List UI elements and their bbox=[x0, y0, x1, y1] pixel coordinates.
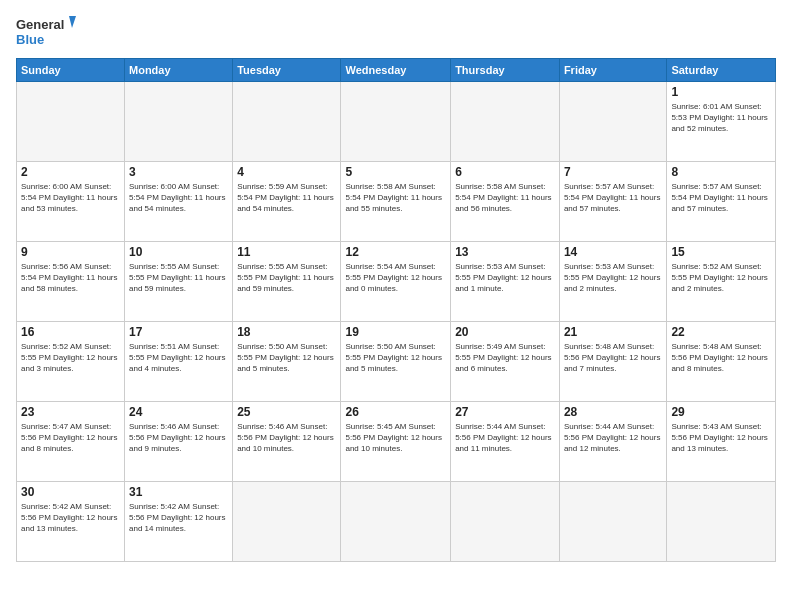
day-info: Sunrise: 5:42 AM Sunset: 5:56 PM Dayligh… bbox=[129, 501, 228, 535]
weekday-header-tuesday: Tuesday bbox=[233, 59, 341, 82]
day-number: 3 bbox=[129, 165, 228, 179]
day-info: Sunrise: 5:44 AM Sunset: 5:56 PM Dayligh… bbox=[455, 421, 555, 455]
calendar-cell bbox=[233, 482, 341, 562]
day-number: 9 bbox=[21, 245, 120, 259]
day-info: Sunrise: 5:46 AM Sunset: 5:56 PM Dayligh… bbox=[129, 421, 228, 455]
header: General Blue bbox=[16, 14, 776, 50]
calendar-cell bbox=[667, 482, 776, 562]
day-info: Sunrise: 5:56 AM Sunset: 5:54 PM Dayligh… bbox=[21, 261, 120, 295]
day-info: Sunrise: 5:49 AM Sunset: 5:55 PM Dayligh… bbox=[455, 341, 555, 375]
day-info: Sunrise: 5:46 AM Sunset: 5:56 PM Dayligh… bbox=[237, 421, 336, 455]
day-number: 29 bbox=[671, 405, 771, 419]
calendar-cell: 6Sunrise: 5:58 AM Sunset: 5:54 PM Daylig… bbox=[451, 162, 560, 242]
calendar-cell: 5Sunrise: 5:58 AM Sunset: 5:54 PM Daylig… bbox=[341, 162, 451, 242]
day-number: 31 bbox=[129, 485, 228, 499]
day-info: Sunrise: 5:57 AM Sunset: 5:54 PM Dayligh… bbox=[671, 181, 771, 215]
week-row-6: 30Sunrise: 5:42 AM Sunset: 5:56 PM Dayli… bbox=[17, 482, 776, 562]
weekday-header-wednesday: Wednesday bbox=[341, 59, 451, 82]
day-number: 30 bbox=[21, 485, 120, 499]
calendar-cell bbox=[233, 82, 341, 162]
calendar-cell bbox=[125, 82, 233, 162]
calendar-cell bbox=[341, 82, 451, 162]
day-number: 4 bbox=[237, 165, 336, 179]
day-number: 27 bbox=[455, 405, 555, 419]
calendar-cell: 13Sunrise: 5:53 AM Sunset: 5:55 PM Dayli… bbox=[451, 242, 560, 322]
day-info: Sunrise: 5:42 AM Sunset: 5:56 PM Dayligh… bbox=[21, 501, 120, 535]
day-number: 8 bbox=[671, 165, 771, 179]
calendar-cell: 25Sunrise: 5:46 AM Sunset: 5:56 PM Dayli… bbox=[233, 402, 341, 482]
calendar-cell: 27Sunrise: 5:44 AM Sunset: 5:56 PM Dayli… bbox=[451, 402, 560, 482]
calendar-cell: 16Sunrise: 5:52 AM Sunset: 5:55 PM Dayli… bbox=[17, 322, 125, 402]
calendar-cell: 21Sunrise: 5:48 AM Sunset: 5:56 PM Dayli… bbox=[559, 322, 666, 402]
day-number: 26 bbox=[345, 405, 446, 419]
calendar-body: 1Sunrise: 6:01 AM Sunset: 5:53 PM Daylig… bbox=[17, 82, 776, 562]
day-number: 20 bbox=[455, 325, 555, 339]
day-info: Sunrise: 5:57 AM Sunset: 5:54 PM Dayligh… bbox=[564, 181, 662, 215]
day-info: Sunrise: 5:55 AM Sunset: 5:55 PM Dayligh… bbox=[129, 261, 228, 295]
calendar-cell bbox=[17, 82, 125, 162]
calendar-cell: 10Sunrise: 5:55 AM Sunset: 5:55 PM Dayli… bbox=[125, 242, 233, 322]
day-info: Sunrise: 6:01 AM Sunset: 5:53 PM Dayligh… bbox=[671, 101, 771, 135]
calendar-cell: 17Sunrise: 5:51 AM Sunset: 5:55 PM Dayli… bbox=[125, 322, 233, 402]
day-number: 15 bbox=[671, 245, 771, 259]
calendar-cell: 7Sunrise: 5:57 AM Sunset: 5:54 PM Daylig… bbox=[559, 162, 666, 242]
day-number: 18 bbox=[237, 325, 336, 339]
day-info: Sunrise: 5:45 AM Sunset: 5:56 PM Dayligh… bbox=[345, 421, 446, 455]
day-number: 13 bbox=[455, 245, 555, 259]
weekday-header-friday: Friday bbox=[559, 59, 666, 82]
week-row-2: 2Sunrise: 6:00 AM Sunset: 5:54 PM Daylig… bbox=[17, 162, 776, 242]
calendar-cell bbox=[451, 82, 560, 162]
day-info: Sunrise: 5:48 AM Sunset: 5:56 PM Dayligh… bbox=[671, 341, 771, 375]
calendar-cell: 29Sunrise: 5:43 AM Sunset: 5:56 PM Dayli… bbox=[667, 402, 776, 482]
day-number: 6 bbox=[455, 165, 555, 179]
calendar-cell: 12Sunrise: 5:54 AM Sunset: 5:55 PM Dayli… bbox=[341, 242, 451, 322]
calendar-cell bbox=[451, 482, 560, 562]
day-info: Sunrise: 6:00 AM Sunset: 5:54 PM Dayligh… bbox=[129, 181, 228, 215]
weekday-header-thursday: Thursday bbox=[451, 59, 560, 82]
calendar-cell: 23Sunrise: 5:47 AM Sunset: 5:56 PM Dayli… bbox=[17, 402, 125, 482]
day-number: 25 bbox=[237, 405, 336, 419]
calendar-table: SundayMondayTuesdayWednesdayThursdayFrid… bbox=[16, 58, 776, 562]
calendar-cell: 26Sunrise: 5:45 AM Sunset: 5:56 PM Dayli… bbox=[341, 402, 451, 482]
calendar-cell: 22Sunrise: 5:48 AM Sunset: 5:56 PM Dayli… bbox=[667, 322, 776, 402]
week-row-1: 1Sunrise: 6:01 AM Sunset: 5:53 PM Daylig… bbox=[17, 82, 776, 162]
day-number: 2 bbox=[21, 165, 120, 179]
calendar-cell: 20Sunrise: 5:49 AM Sunset: 5:55 PM Dayli… bbox=[451, 322, 560, 402]
calendar-header: SundayMondayTuesdayWednesdayThursdayFrid… bbox=[17, 59, 776, 82]
week-row-3: 9Sunrise: 5:56 AM Sunset: 5:54 PM Daylig… bbox=[17, 242, 776, 322]
weekday-header-saturday: Saturday bbox=[667, 59, 776, 82]
calendar-cell: 28Sunrise: 5:44 AM Sunset: 5:56 PM Dayli… bbox=[559, 402, 666, 482]
day-info: Sunrise: 5:52 AM Sunset: 5:55 PM Dayligh… bbox=[671, 261, 771, 295]
calendar-cell bbox=[559, 82, 666, 162]
day-number: 28 bbox=[564, 405, 662, 419]
calendar-cell: 8Sunrise: 5:57 AM Sunset: 5:54 PM Daylig… bbox=[667, 162, 776, 242]
day-info: Sunrise: 5:50 AM Sunset: 5:55 PM Dayligh… bbox=[345, 341, 446, 375]
calendar-cell: 14Sunrise: 5:53 AM Sunset: 5:55 PM Dayli… bbox=[559, 242, 666, 322]
logo: General Blue bbox=[16, 14, 76, 50]
day-number: 19 bbox=[345, 325, 446, 339]
day-info: Sunrise: 5:58 AM Sunset: 5:54 PM Dayligh… bbox=[345, 181, 446, 215]
day-number: 12 bbox=[345, 245, 446, 259]
day-number: 23 bbox=[21, 405, 120, 419]
day-info: Sunrise: 5:54 AM Sunset: 5:55 PM Dayligh… bbox=[345, 261, 446, 295]
calendar-cell: 9Sunrise: 5:56 AM Sunset: 5:54 PM Daylig… bbox=[17, 242, 125, 322]
day-number: 1 bbox=[671, 85, 771, 99]
day-number: 24 bbox=[129, 405, 228, 419]
day-info: Sunrise: 5:53 AM Sunset: 5:55 PM Dayligh… bbox=[564, 261, 662, 295]
calendar-cell: 30Sunrise: 5:42 AM Sunset: 5:56 PM Dayli… bbox=[17, 482, 125, 562]
calendar-cell: 11Sunrise: 5:55 AM Sunset: 5:55 PM Dayli… bbox=[233, 242, 341, 322]
day-info: Sunrise: 5:51 AM Sunset: 5:55 PM Dayligh… bbox=[129, 341, 228, 375]
calendar-cell: 19Sunrise: 5:50 AM Sunset: 5:55 PM Dayli… bbox=[341, 322, 451, 402]
day-number: 5 bbox=[345, 165, 446, 179]
day-number: 17 bbox=[129, 325, 228, 339]
day-info: Sunrise: 5:58 AM Sunset: 5:54 PM Dayligh… bbox=[455, 181, 555, 215]
day-number: 22 bbox=[671, 325, 771, 339]
calendar-cell: 3Sunrise: 6:00 AM Sunset: 5:54 PM Daylig… bbox=[125, 162, 233, 242]
calendar-cell bbox=[341, 482, 451, 562]
calendar-cell: 24Sunrise: 5:46 AM Sunset: 5:56 PM Dayli… bbox=[125, 402, 233, 482]
calendar-cell: 4Sunrise: 5:59 AM Sunset: 5:54 PM Daylig… bbox=[233, 162, 341, 242]
day-info: Sunrise: 5:59 AM Sunset: 5:54 PM Dayligh… bbox=[237, 181, 336, 215]
day-info: Sunrise: 5:55 AM Sunset: 5:55 PM Dayligh… bbox=[237, 261, 336, 295]
day-number: 7 bbox=[564, 165, 662, 179]
day-info: Sunrise: 5:47 AM Sunset: 5:56 PM Dayligh… bbox=[21, 421, 120, 455]
